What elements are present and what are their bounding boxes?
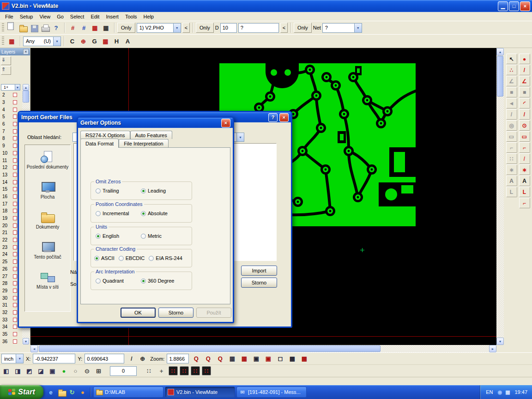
radio-leading[interactable]: Leading [141,188,166,193]
zoom-window-icon[interactable]: Q [203,353,213,364]
place-computer[interactable]: Tento počítač [25,241,70,269]
chevron-down-icon[interactable] [236,133,244,141]
scroll-down-icon[interactable] [23,338,29,345]
taskbar-task[interactable]: ✉[191-482-091] - Mess... [236,387,307,398]
browser-icon[interactable]: ● [78,387,87,397]
layer-color-swatch[interactable] [13,115,17,119]
dcode-display-icon[interactable]: ▦ [239,353,249,364]
menu-go[interactable]: Go [54,13,67,20]
window-icon[interactable]: ◪ [36,366,46,376]
grid-dark-icon[interactable]: ▦ [101,23,111,33]
l-shape-tool-icon[interactable]: L [519,187,530,197]
menu-setup[interactable]: Setup [17,13,36,20]
arc-tool-icon[interactable]: ◜ [519,98,530,109]
radio-trailing[interactable]: Trailing [96,188,134,193]
gerber-close-button[interactable]: × [221,119,230,127]
radio-icon[interactable] [96,234,101,239]
layer-combo[interactable]: 1) V2.PHO [137,23,181,33]
layer-up-icon[interactable]: ⇑ [1,66,11,75]
dashed-tool-icon[interactable]: / [519,153,530,164]
star-tool-icon[interactable]: ∗ [519,164,530,175]
grid-red-icon[interactable]: ▦ [90,23,100,33]
prev-layer-button[interactable]: < [182,23,190,33]
pad-tool-icon[interactable]: ■ [519,87,530,97]
layer-color-swatch[interactable] [13,136,17,140]
start-button[interactable]: Start [0,385,43,399]
ie-icon[interactable]: e [46,387,55,397]
radio-icon[interactable] [141,211,146,216]
a-tool-icon[interactable]: A [122,36,133,47]
grid-small-icon[interactable]: ▦ [100,36,111,47]
net-combo[interactable]: ? [322,23,362,33]
dots-gray-icon[interactable]: ∷ [506,153,517,164]
input-tray-icon[interactable]: ▦ [504,388,511,396]
menu-select[interactable]: Select [67,13,88,20]
grid-snap-icon[interactable]: ⊞ [93,366,104,376]
snap-marker-icon[interactable]: + [156,366,167,376]
layer-color-swatch[interactable] [13,303,17,307]
layer-color-swatch[interactable] [13,144,17,148]
layer-color-swatch[interactable] [13,252,17,256]
cancel-button[interactable]: Storno [158,308,193,318]
radio-ebcdic[interactable]: EBCDIC [119,255,145,261]
layers-close-icon[interactable]: × [23,49,29,54]
new-file-icon[interactable] [6,27,17,28]
radio-ascii[interactable]: ASCII [94,255,115,261]
vertical-scrollbar[interactable] [496,48,504,345]
layer-color-swatch[interactable] [13,108,17,112]
circle-tool-icon[interactable]: ⊙ [519,120,530,131]
radio-icon[interactable] [96,278,101,284]
taskbar-task[interactable]: V2.bin - ViewMate [165,387,235,398]
only-dcode-button[interactable]: Only [196,23,214,33]
flash-gray-icon[interactable]: ◄ [506,98,517,109]
prev-dcode-button[interactable]: < [280,23,288,33]
layer-row[interactable]: 36 [0,338,21,345]
rect-gray-icon[interactable]: ▭ [506,131,517,142]
folder-quicklaunch-icon[interactable] [57,387,66,397]
layer-color-swatch[interactable] [13,158,17,163]
scroll-up-icon[interactable] [23,84,29,91]
chevron-down-icon[interactable] [354,24,362,32]
g-tool-icon[interactable]: G [89,36,100,47]
scroll-up-icon[interactable] [496,48,504,55]
radio-eia-rs-244[interactable]: EIA RS-244 [149,255,182,261]
scrollbar-thumb[interactable] [497,56,503,97]
dcode-input[interactable]: 10 [220,23,237,33]
only-layer-button[interactable]: Only [117,23,135,33]
place-network[interactable]: Místa v síti [25,271,70,299]
layer-color-swatch[interactable] [13,180,17,184]
pattern4-icon[interactable]: ∷ [202,366,211,375]
open-file-icon[interactable] [18,23,28,33]
layer-color-swatch[interactable] [13,281,17,285]
trace-fill-icon[interactable]: ▣ [263,353,273,364]
layer-color-swatch[interactable] [13,267,17,271]
cascade-icon[interactable]: ◩ [24,366,35,376]
slope-tool-icon[interactable]: / [519,109,530,120]
star-gray-icon[interactable]: ∗ [506,164,517,175]
text-gray-icon[interactable]: A [506,175,517,186]
layer-color-swatch[interactable] [13,173,17,177]
menu-tools[interactable]: Tools [122,13,140,20]
menu-view[interactable]: View [36,13,54,20]
corner-gray-icon[interactable]: L [506,187,517,197]
pad-gray-icon[interactable]: ■ [506,87,517,97]
layer-color-swatch[interactable] [13,289,17,293]
diagonal-measure-icon[interactable]: / [126,353,137,364]
layer-color-swatch[interactable] [13,332,17,336]
radio-icon[interactable] [119,256,124,261]
print-icon[interactable] [40,23,50,33]
taskbar-task[interactable]: D:\MLAB [93,387,163,398]
save-icon[interactable] [29,23,39,33]
line-gray-icon[interactable]: / [506,109,517,120]
pad-fill-icon[interactable]: ▣ [251,353,261,364]
crosshair-icon[interactable]: ⊕ [78,36,89,47]
circle-select-icon[interactable]: ○ [70,366,81,376]
angle-tool-icon[interactable]: ∠ [519,76,530,86]
scroll-right-icon[interactable] [489,345,496,352]
grid-display-icon[interactable]: ▦ [227,353,237,364]
context-help-icon[interactable]: ? [51,23,61,33]
network-tray-icon[interactable]: ◉ [496,388,503,396]
layer-color-swatch[interactable] [13,260,17,264]
layer-color-swatch[interactable] [13,238,17,242]
tab-auto-features[interactable]: Auto Features [130,131,172,139]
